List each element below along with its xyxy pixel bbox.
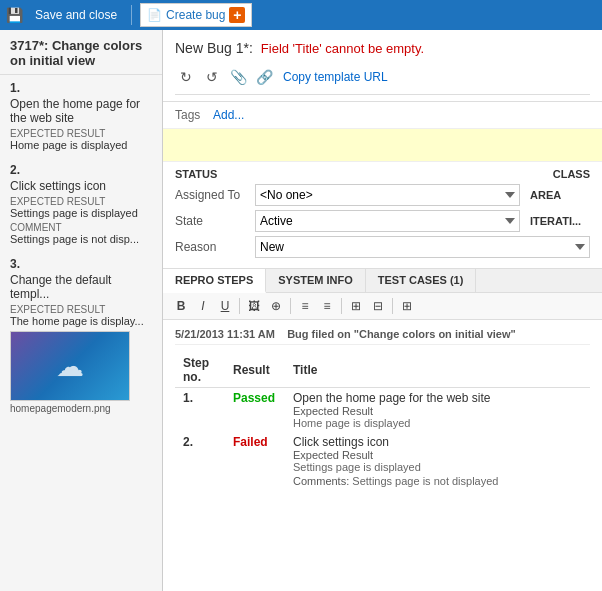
ol-button[interactable]: ≡ bbox=[317, 296, 337, 316]
link-icon[interactable]: 🔗 bbox=[253, 66, 275, 88]
bug-timestamp: 5/21/2013 11:31 AM Bug filed on "Change … bbox=[175, 328, 590, 345]
status-header-row: STATUS CLASS bbox=[175, 168, 590, 180]
outdent-button[interactable]: ⊟ bbox=[368, 296, 388, 316]
test-step-2: 2. Click settings icon EXPECTED RESULT S… bbox=[0, 157, 162, 251]
status-section: STATUS CLASS Assigned To <No one> Area S… bbox=[163, 162, 602, 269]
insert-image-button[interactable]: 🖼 bbox=[244, 296, 264, 316]
right-panel: New Bug 1*: Field 'Title' cannot be empt… bbox=[163, 30, 602, 591]
tags-add-button[interactable]: Add... bbox=[213, 108, 244, 122]
main-toolbar: 💾 Save and close 📄 Create bug + bbox=[0, 0, 602, 30]
underline-button[interactable]: U bbox=[215, 296, 235, 316]
tags-label: Tags bbox=[175, 108, 205, 122]
tab-system-info[interactable]: SYSTEM INFO bbox=[266, 269, 366, 292]
title-input-area bbox=[163, 129, 602, 162]
title-input[interactable] bbox=[175, 133, 590, 157]
ul-button[interactable]: ≡ bbox=[295, 296, 315, 316]
indent-button[interactable]: ⊞ bbox=[346, 296, 366, 316]
reason-label: Reason bbox=[175, 240, 255, 254]
step-num-2: 2. bbox=[10, 163, 152, 177]
state-select[interactable]: Active bbox=[255, 210, 520, 232]
thumbnail-icon: ☁ bbox=[56, 350, 84, 383]
assigned-to-field: Assigned To <No one> Area bbox=[175, 184, 590, 206]
save-icon: 💾 bbox=[6, 7, 23, 23]
area-label: Area bbox=[530, 189, 590, 201]
detail-value-2-1: Settings page is not displayed bbox=[352, 475, 498, 487]
copy-template-link[interactable]: Copy template URL bbox=[283, 70, 388, 84]
result-1: Passed bbox=[233, 391, 275, 405]
detail-label-1-0: Expected Result bbox=[293, 405, 373, 417]
class-section-label: CLASS bbox=[553, 168, 590, 180]
expected-value-3: The home page is display... bbox=[10, 315, 152, 327]
iteration-label: Iterati... bbox=[530, 215, 590, 227]
plus-icon: + bbox=[229, 7, 245, 23]
left-panel: 3717*: Change colors on initial view 1. … bbox=[0, 30, 163, 591]
thumbnail-label: homepagemodern.png bbox=[10, 403, 152, 414]
rte-sep-2 bbox=[290, 298, 291, 314]
table-row: 2. Failed Click settings icon Expected R… bbox=[175, 432, 590, 490]
toolbar-separator bbox=[131, 5, 132, 25]
step-text-3: Change the default templ... bbox=[10, 273, 152, 301]
assigned-to-select[interactable]: <No one> bbox=[255, 184, 520, 206]
create-bug-button[interactable]: 📄 Create bug + bbox=[140, 3, 252, 27]
tab-repro-steps[interactable]: REPRO STEPS bbox=[163, 269, 266, 293]
test-case-title: 3717*: Change colors on initial view bbox=[0, 30, 162, 75]
timestamp-text: 5/21/2013 11:31 AM bbox=[175, 328, 275, 340]
result-2: Failed bbox=[233, 435, 268, 449]
refresh-icon[interactable]: ↻ bbox=[175, 66, 197, 88]
bug-form-title: New Bug 1*: bbox=[175, 40, 253, 56]
table-row: 1. Passed Open the home page for the web… bbox=[175, 388, 590, 433]
step-num-1: 1. bbox=[10, 81, 152, 95]
bold-button[interactable]: B bbox=[171, 296, 191, 316]
rte-toolbar: B I U 🖼 ⊕ ≡ ≡ ⊞ ⊟ ⊞ bbox=[163, 293, 602, 320]
attach-icon[interactable]: 📎 bbox=[227, 66, 249, 88]
expected-value-1: Home page is displayed bbox=[10, 139, 152, 151]
tab-test-cases[interactable]: TEST CASES (1) bbox=[366, 269, 477, 292]
rte-sep-4 bbox=[392, 298, 393, 314]
thumbnail: ☁ bbox=[10, 331, 130, 401]
expected-label-2: EXPECTED RESULT bbox=[10, 196, 152, 207]
bug-content: 5/21/2013 11:31 AM Bug filed on "Change … bbox=[163, 320, 602, 498]
detail-label-2-0: Expected Result bbox=[293, 449, 373, 461]
comment-label-2: COMMENT bbox=[10, 222, 152, 233]
assigned-to-label: Assigned To bbox=[175, 188, 255, 202]
state-field: State Active Iterati... bbox=[175, 210, 590, 232]
document-icon: 📄 bbox=[147, 8, 162, 22]
table-button[interactable]: ⊞ bbox=[397, 296, 417, 316]
col-result: Result bbox=[225, 353, 285, 388]
tabs-row: REPRO STEPS SYSTEM INFO TEST CASES (1) bbox=[163, 269, 602, 293]
italic-button[interactable]: I bbox=[193, 296, 213, 316]
undo-icon[interactable]: ↺ bbox=[201, 66, 223, 88]
step-no-2: 2. bbox=[175, 432, 225, 490]
insert-link-button[interactable]: ⊕ bbox=[266, 296, 286, 316]
step-title-2: Click settings icon bbox=[293, 435, 582, 449]
reason-field: Reason New bbox=[175, 236, 590, 258]
test-step-3: 3. Change the default templ... EXPECTED … bbox=[0, 251, 162, 420]
bug-error-message: Field 'Title' cannot be empty. bbox=[261, 41, 424, 56]
col-title: Title bbox=[285, 353, 590, 388]
steps-table: Step no. Result Title 1. Passed Open the… bbox=[175, 353, 590, 490]
detail-value-2-0: Settings page is displayed bbox=[293, 461, 421, 473]
detail-value-1-0: Home page is displayed bbox=[293, 417, 410, 429]
test-step-1: 1. Open the home page for the web site E… bbox=[0, 75, 162, 157]
create-bug-label: Create bug bbox=[166, 8, 225, 22]
comment-value-2: Settings page is not disp... bbox=[10, 233, 152, 245]
step-title-1: Open the home page for the web site bbox=[293, 391, 582, 405]
step-text-1: Open the home page for the web site bbox=[10, 97, 152, 125]
expected-value-2: Settings page is displayed bbox=[10, 207, 152, 219]
reason-select[interactable]: New bbox=[255, 236, 590, 258]
status-section-label: STATUS bbox=[175, 168, 217, 180]
bug-header: New Bug 1*: Field 'Title' cannot be empt… bbox=[163, 30, 602, 102]
expected-label-3: EXPECTED RESULT bbox=[10, 304, 152, 315]
detail-label-2-1: Comments: bbox=[293, 475, 349, 487]
rte-sep-3 bbox=[341, 298, 342, 314]
expected-label-1: EXPECTED RESULT bbox=[10, 128, 152, 139]
col-step-no: Step no. bbox=[175, 353, 225, 388]
rte-sep-1 bbox=[239, 298, 240, 314]
step-num-3: 3. bbox=[10, 257, 152, 271]
state-label: State bbox=[175, 214, 255, 228]
save-close-button[interactable]: Save and close bbox=[29, 3, 123, 27]
bug-toolbar: ↻ ↺ 📎 🔗 Copy template URL bbox=[175, 62, 590, 95]
step-text-2: Click settings icon bbox=[10, 179, 152, 193]
save-close-label: Save and close bbox=[35, 8, 117, 22]
main-content: 3717*: Change colors on initial view 1. … bbox=[0, 30, 602, 591]
